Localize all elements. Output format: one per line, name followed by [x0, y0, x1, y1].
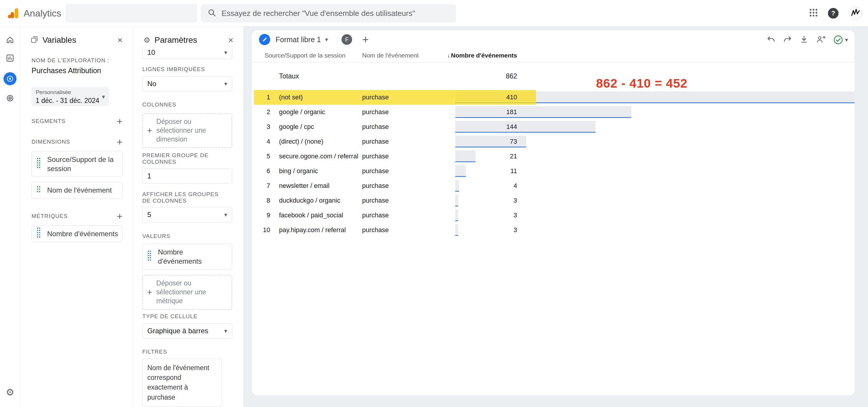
event-count-bar — [455, 121, 595, 133]
add-dimension-button[interactable]: + — [117, 137, 123, 147]
row-event: purchase — [362, 208, 389, 223]
filter-chip-text: Nom de l'événement correspond exactement… — [147, 364, 209, 401]
property-selector[interactable] — [65, 4, 197, 22]
apps-grid-icon[interactable] — [809, 8, 818, 18]
row-event: purchase — [362, 193, 389, 208]
row-event: purchase — [362, 149, 389, 164]
values-dropzone[interactable]: + Déposer ou sélectionner une métrique — [142, 275, 232, 310]
nested-rows-select[interactable]: No ▾ — [142, 76, 232, 91]
reports-icon[interactable] — [4, 52, 16, 64]
table-row[interactable]: 10pay.hipay.com / referralpurchase3 — [252, 223, 855, 237]
date-range-value: 1 déc. - 31 déc. 2024 — [36, 97, 105, 105]
row-source: duckduckgo / organic — [279, 193, 340, 208]
advertising-icon[interactable] — [4, 92, 16, 104]
dimension-chip[interactable]: Source/Support de la session — [32, 151, 123, 177]
left-nav-rail: ⚙ — [0, 27, 20, 407]
event-count-bar — [455, 165, 466, 177]
column-header-count[interactable]: ↓Nombre d'événements — [447, 49, 517, 62]
totals-row: Totaux 862 — [252, 62, 855, 90]
close-icon[interactable]: × — [228, 36, 234, 45]
nested-rows-value: No — [147, 80, 156, 88]
first-column-group-label: PREMIER GROUPE DE COLONNES — [142, 152, 232, 165]
add-metric-button[interactable]: + — [117, 211, 123, 221]
home-icon[interactable] — [4, 34, 16, 46]
analytics-logo-icon — [6, 6, 20, 20]
drag-handle-icon[interactable] — [147, 250, 151, 263]
add-segment-button[interactable]: + — [117, 116, 123, 126]
metric-chip[interactable]: Nombre d'événements — [32, 225, 123, 242]
columns-dropzone[interactable]: + Déposer ou sélectionner une dimension — [142, 113, 232, 148]
variables-panel-title: Variables — [42, 35, 76, 45]
cell-type-select[interactable]: Graphique à barres ▾ — [142, 323, 232, 339]
totals-value: 862 — [506, 62, 517, 90]
table-row[interactable]: 5secure.ogone.com / referralpurchase21 — [252, 149, 855, 164]
user-avatar[interactable] — [848, 6, 862, 20]
column-groups-value: 5 — [147, 210, 151, 219]
tab-bar: Format libre 1 ▾ F + — [252, 30, 369, 49]
row-event: purchase — [362, 178, 389, 193]
row-rank: 6 — [252, 164, 270, 178]
table-row[interactable]: 9facebook / paid_socialpurchase3 — [252, 208, 855, 223]
table-row[interactable]: 2google / organicpurchase181 — [252, 105, 855, 119]
event-count-bar — [455, 209, 458, 221]
metric-chip-label: Nombre d'événements — [47, 230, 118, 238]
table-row[interactable]: 8duckduckgo / organicpurchase3 — [252, 193, 855, 208]
app-title: Analytics — [24, 0, 61, 27]
add-tab-button[interactable]: + — [362, 34, 369, 45]
tab-freeform[interactable]: Format libre 1 — [276, 35, 321, 44]
undo-icon[interactable] — [767, 35, 775, 45]
drag-handle-icon[interactable] — [36, 227, 41, 240]
exploration-name[interactable]: Purchases Attribution — [32, 66, 123, 75]
column-header-event[interactable]: Nom de l'événement — [362, 49, 419, 62]
column-groups-label: AFFICHER LES GROUPES DE COLONNES — [142, 191, 225, 204]
redo-icon[interactable] — [783, 35, 792, 45]
drag-handle-icon[interactable] — [36, 157, 41, 171]
table-row[interactable]: 7newsletter / emailpurchase4 — [252, 178, 855, 193]
row-event: purchase — [362, 105, 389, 119]
filter-chip[interactable]: Nom de l'événement correspond exactement… — [142, 359, 222, 407]
edit-pencil-icon[interactable] — [259, 34, 270, 45]
share-users-icon[interactable] — [816, 35, 826, 45]
search-bar[interactable] — [201, 4, 456, 22]
drag-handle-icon[interactable] — [36, 185, 41, 195]
row-event: purchase — [362, 134, 389, 149]
search-icon — [208, 8, 216, 18]
row-source: bing / organic — [279, 164, 318, 178]
row-rank: 3 — [252, 119, 270, 134]
first-column-group-input[interactable]: 1 — [142, 169, 232, 183]
add-icon: + — [147, 126, 152, 135]
date-range-selector[interactable]: Personnalisée 1 déc. - 31 déc. 2024 ▾ — [32, 87, 109, 106]
freeform-card: Format libre 1 ▾ F + — [252, 30, 855, 395]
explore-icon[interactable] — [3, 72, 17, 85]
value-chip[interactable]: Nombre d'événements — [142, 243, 232, 269]
cell-type-value: Graphique à barres — [147, 327, 208, 335]
collaborator-avatar[interactable]: F — [341, 34, 352, 45]
column-groups-select[interactable]: 5 ▾ — [142, 207, 232, 222]
row-value: 3 — [514, 223, 517, 237]
cell-type-label: TYPE DE CELLULE — [142, 313, 232, 320]
search-input[interactable] — [222, 9, 445, 18]
variables-panel-icon — [31, 36, 38, 45]
dimension-chip[interactable]: Nom de l'événement — [32, 182, 123, 199]
row-source: google / organic — [279, 105, 325, 119]
row-value: 3 — [514, 208, 517, 223]
table-row[interactable]: 3google / cpcpurchase144 — [252, 119, 855, 134]
table-row[interactable]: 4(direct) / (none)purchase73 — [252, 134, 855, 149]
nested-rows-label: LIGNES IMBRIQUÉES — [142, 66, 232, 72]
column-header-source[interactable]: Source/Support de la session — [265, 49, 345, 62]
canvas-toolbar: ▾ — [767, 33, 848, 46]
table-row[interactable]: 6bing / organicpurchase11 — [252, 164, 855, 178]
date-range-type: Personnalisée — [36, 89, 105, 95]
settings-gear-icon[interactable]: ⚙ — [4, 386, 16, 398]
status-check-icon[interactable]: ▾ — [833, 35, 848, 45]
close-icon[interactable]: × — [117, 36, 123, 45]
download-icon[interactable] — [800, 35, 808, 45]
table-row[interactable]: 1(not set)purchase410 — [252, 90, 855, 105]
rows-per-page-select[interactable]: 10 ▾ — [142, 46, 232, 59]
settings-panel-title: Paramètres — [154, 35, 197, 45]
chevron-down-icon[interactable]: ▾ — [325, 36, 328, 42]
row-source: newsletter / email — [279, 178, 330, 193]
help-icon[interactable]: ? — [828, 8, 839, 19]
chevron-down-icon: ▾ — [102, 94, 105, 100]
totals-label: Totaux — [279, 62, 299, 90]
